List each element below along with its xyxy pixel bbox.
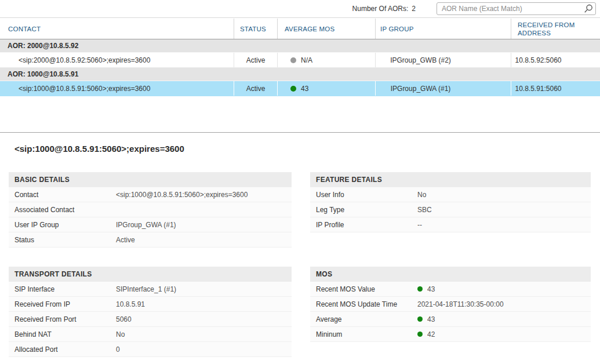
column-header-received-from-address: RECEIVED FROM ADDRESS	[511, 19, 600, 39]
detail-value-text: No	[116, 330, 125, 338]
detail-value-text: IPGroup_GWA (#1)	[116, 221, 176, 229]
detail-label: Contact	[9, 191, 116, 199]
detail-value: 10.8.5.91	[116, 300, 145, 308]
detail-value-text: 43	[427, 315, 435, 323]
column-header-contact: CONTACT	[0, 19, 234, 39]
aor-group-row: AOR: 2000@10.8.5.92	[0, 39, 600, 53]
aor-search-box	[437, 2, 596, 15]
panel-title: FEATURE DETAILS	[310, 172, 591, 187]
detail-label: User IP Group	[9, 221, 116, 229]
aor-count-label: Number Of AORs:	[352, 5, 409, 13]
status-dot-gray	[290, 57, 296, 63]
cell-average-mos: 43	[277, 81, 375, 96]
status-dot-green	[290, 86, 296, 92]
detail-value: 5060	[116, 315, 132, 323]
detail-value-text: 10.8.5.91	[116, 300, 145, 308]
detail-row-status: StatusActive	[9, 232, 292, 247]
search-button[interactable]	[581, 3, 595, 14]
detail-value: <sip:1000@10.8.5.91:5060>;expires=3600	[116, 191, 248, 199]
detail-value-text: 43	[427, 285, 435, 293]
detail-label: Associated Contact	[9, 206, 116, 214]
aor-group-row: AOR: 1000@10.8.5.91	[0, 68, 600, 81]
detail-value: SBC	[417, 206, 432, 214]
column-header-status: STATUS	[234, 19, 277, 39]
magnifier-icon	[584, 4, 593, 13]
detail-value: 2021-04-18T11:30:35-00:00	[417, 300, 504, 308]
section-divider	[0, 132, 600, 133]
contact-row[interactable]: <sip:2000@10.8.5.92:5060>;expires=3600Ac…	[0, 53, 600, 68]
status-dot-green	[417, 286, 423, 292]
detail-label: Recent MOS Update Time	[310, 300, 417, 308]
panel-feature-details: FEATURE DETAILSUser InfoNoLeg TypeSBCIP …	[310, 172, 591, 232]
detail-value: 0	[116, 345, 120, 354]
detail-row-user-info: User InfoNo	[310, 187, 591, 202]
detail-label: SIP Interface	[9, 285, 116, 293]
detail-value-text: SIPInterface_1 (#1)	[116, 285, 176, 293]
table-header-row: CONTACTSTATUSAVERAGE MOSIP GROUPRECEIVED…	[0, 19, 600, 39]
detail-value: SIPInterface_1 (#1)	[116, 285, 176, 293]
aor-count: Number Of AORs: 2	[352, 5, 416, 13]
detail-value: --	[417, 221, 422, 229]
detail-label: User Info	[310, 191, 417, 199]
detail-row-behind-nat: Behind NATNo	[9, 327, 292, 342]
details-title: <sip:1000@10.8.5.91:5060>;expires=3600	[14, 144, 184, 154]
detail-row-mininum: Mininum42	[310, 327, 591, 342]
detail-value-text: No	[417, 191, 426, 199]
detail-label: Average	[310, 315, 417, 323]
panel-mos: MOSRecent MOS Value43Recent MOS Update T…	[310, 267, 591, 342]
detail-value-text: --	[417, 221, 422, 229]
detail-row-average: Average43	[310, 312, 591, 327]
detail-label: Behind NAT	[9, 330, 116, 338]
detail-row-recent-mos-value: Recent MOS Value43	[310, 282, 591, 297]
detail-value: No	[417, 191, 426, 199]
detail-value: No	[116, 330, 125, 338]
status-dot-green	[417, 332, 423, 337]
detail-label: Received From Port	[9, 315, 116, 323]
cell-average-mos: N/A	[277, 53, 375, 67]
detail-value: Active	[116, 236, 135, 244]
detail-label: Received From IP	[9, 300, 116, 308]
detail-value-text: Active	[116, 236, 135, 244]
aor-table: CONTACTSTATUSAVERAGE MOSIP GROUPRECEIVED…	[0, 19, 600, 96]
cell-ip-group: IPGroup_GWA (#1)	[375, 81, 511, 96]
panel-transport-details: TRANSPORT DETAILSSIP InterfaceSIPInterfa…	[9, 267, 292, 357]
detail-label: Mininum	[310, 330, 417, 338]
contact-row[interactable]: <sip:1000@10.8.5.91:5060>;expires=3600Ac…	[0, 81, 600, 96]
panel-title: BASIC DETAILS	[9, 172, 292, 187]
detail-row-ip-profile: IP Profile--	[310, 217, 591, 232]
detail-row-sip-interface: SIP InterfaceSIPInterface_1 (#1)	[9, 282, 292, 297]
detail-value-text: 42	[427, 330, 435, 338]
mos-value: N/A	[301, 56, 312, 64]
aor-table-body: AOR: 2000@10.8.5.92<sip:2000@10.8.5.92:5…	[0, 39, 600, 96]
cell-contact: <sip:2000@10.8.5.92:5060>;expires=3600	[0, 53, 234, 67]
topbar: Number Of AORs: 2	[0, 0, 600, 18]
cell-status: Active	[234, 53, 277, 67]
detail-value: 42	[417, 330, 435, 338]
detail-row-received-from-port: Received From Port5060	[9, 312, 292, 327]
aor-search-input[interactable]	[437, 3, 581, 14]
cell-status: Active	[234, 81, 277, 96]
detail-label: Recent MOS Value	[310, 285, 417, 293]
mos-value: 43	[301, 85, 308, 93]
detail-value-text: 2021-04-18T11:30:35-00:00	[417, 300, 504, 308]
status-dot-green	[417, 316, 423, 322]
aor-count-value: 2	[412, 5, 416, 13]
detail-row-associated-contact: Associated Contact	[9, 202, 292, 217]
detail-row-recent-mos-update-time: Recent MOS Update Time2021-04-18T11:30:3…	[310, 297, 591, 312]
cell-received-from-address: 10.8.5.91:5060	[511, 81, 600, 96]
detail-value-text: 0	[116, 345, 120, 354]
panel-title: MOS	[310, 267, 591, 282]
column-header-ip-group: IP GROUP	[375, 19, 511, 39]
detail-value-text: 5060	[116, 315, 132, 323]
details-panels: BASIC DETAILSContact<sip:1000@10.8.5.91:…	[9, 172, 591, 357]
detail-row-received-from-ip: Received From IP10.8.5.91	[9, 297, 292, 312]
detail-value: 43	[417, 315, 435, 323]
detail-row-allocated-port: Allocated Port0	[9, 342, 292, 357]
detail-row-contact: Contact<sip:1000@10.8.5.91:5060>;expires…	[9, 187, 292, 202]
cell-ip-group: IPGroup_GWB (#2)	[375, 53, 511, 67]
detail-value: 43	[417, 285, 435, 293]
detail-label: IP Profile	[310, 221, 417, 229]
detail-label: Allocated Port	[9, 345, 116, 354]
cell-received-from-address: 10.8.5.92:5060	[511, 53, 600, 67]
detail-value-text: SBC	[417, 206, 432, 214]
